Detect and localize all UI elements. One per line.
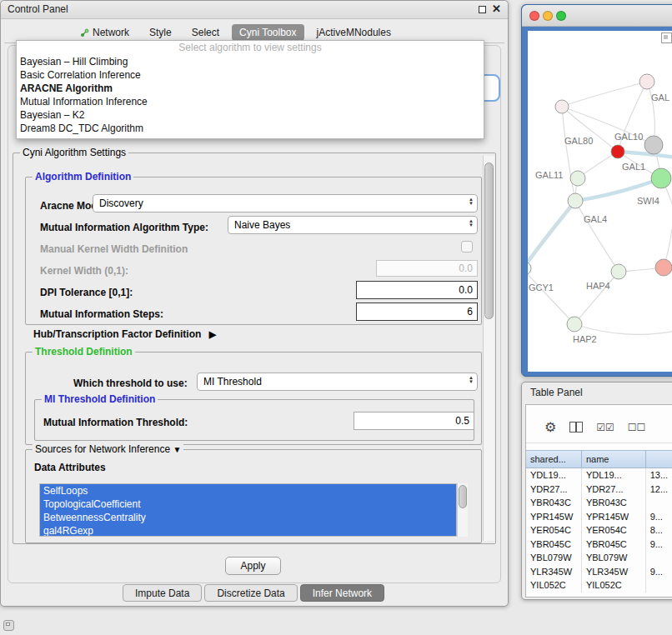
node-label: HAP2 (573, 334, 597, 344)
dropdown-item-selected[interactable]: ARACNE Algorithm (17, 82, 484, 95)
collapse-arrow-icon: ▼ (173, 445, 181, 454)
apply-button[interactable]: Apply (225, 557, 281, 575)
table-cell: YDL19... (582, 468, 646, 482)
table-cell (646, 578, 672, 592)
hub-definition-toggle[interactable]: Hub/Transcription Factor Definition ▶ (33, 328, 216, 340)
table-cell: YBR045C (582, 538, 646, 552)
manual-kernel-width-checkbox[interactable] (461, 241, 473, 252)
mi-threshold-field[interactable]: 0.5 (354, 412, 474, 430)
table-cell: YDL19... (526, 468, 582, 482)
pale-pink-node[interactable] (639, 74, 654, 89)
kernel-width-label: Kernel Width (0,1): (40, 265, 128, 277)
data-attributes-list[interactable]: SelfLoops TopologicalCoefficient Between… (39, 483, 457, 537)
list-item[interactable]: BetweennessCentrality (40, 511, 456, 524)
algorithm-definition-group: Algorithm Definition Aracne Mode: Discov… (25, 177, 482, 325)
tab-discretize-data[interactable]: Discretize Data (204, 584, 297, 602)
node-label: GAL80 (564, 136, 593, 146)
settings-scrollbar[interactable] (483, 156, 494, 541)
group-title: Threshold Definition (33, 346, 135, 358)
tab-network[interactable]: Network (73, 24, 137, 41)
tab-infer-network[interactable]: Infer Network (300, 584, 384, 602)
list-item[interactable]: TopologicalCoefficient (40, 498, 456, 511)
columns-icon[interactable] (569, 422, 583, 432)
birdseye-toggle-icon[interactable] (661, 32, 672, 43)
select-unchecked-icon[interactable]: ☐☐ (628, 422, 646, 433)
control-panel-window: Control Panel ✕ Network Style Select Cyn… (0, 0, 509, 607)
table-row[interactable]: YER054C YER054C 8... (526, 523, 672, 538)
close-traffic-icon[interactable] (529, 11, 539, 21)
sources-group: Sources for Network Inference ▼ Data Att… (25, 449, 482, 543)
gal11-node[interactable] (570, 171, 585, 186)
mi-steps-label: Mutual Information Steps: (40, 308, 163, 320)
mi-algorithm-type-label: Mutual Information Algorithm Type: (40, 222, 208, 233)
mi-steps-field[interactable]: 6 (356, 302, 478, 321)
dropdown-item[interactable]: Dream8 DC_TDC Algorithm (17, 122, 484, 135)
tab-select[interactable]: Select (184, 24, 227, 41)
table-row[interactable]: YDR27... YDR27... 12... (526, 482, 672, 497)
table-row[interactable]: YLR345W YLR345W 9... (526, 565, 672, 579)
table-row[interactable]: YBL079W YBL079W (526, 551, 672, 565)
hap4-node[interactable] (655, 259, 672, 276)
tab-impute-data[interactable]: Impute Data (123, 584, 202, 602)
minimize-traffic-icon[interactable] (543, 11, 553, 21)
expand-arrow-icon: ▶ (209, 329, 216, 340)
gal4-node[interactable] (568, 193, 583, 208)
column-header[interactable]: shared... (526, 451, 582, 468)
dropdown-item[interactable]: Mutual Information Inference (17, 95, 484, 108)
table-row[interactable]: YDL19... YDL19... 13... (526, 468, 672, 482)
network-canvas[interactable]: GAL GAL80 GAL10 GAL11 GAL1 SWI4 GAL4 GCY… (528, 31, 672, 372)
minimized-window-icon[interactable] (3, 620, 14, 631)
dropdown-item[interactable]: Bayesian – K2 (17, 108, 484, 122)
table-row[interactable]: YBR043C YBR043C (526, 496, 672, 510)
table-cell (646, 551, 672, 565)
gal1-node[interactable] (651, 168, 671, 188)
list-item[interactable]: SelfLoops (40, 484, 456, 498)
threshold-select[interactable]: MI Threshold ▲▼ (197, 372, 478, 391)
mid-node[interactable] (611, 264, 626, 279)
desktop: Control Panel ✕ Network Style Select Cyn… (0, 0, 672, 635)
sources-title-label: Sources for Network Inference (35, 443, 170, 455)
gcy1-node[interactable] (528, 262, 531, 275)
sources-group-title[interactable]: Sources for Network Inference ▼ (33, 443, 183, 455)
mi-steps-value: 6 (467, 306, 473, 318)
close-window-icon[interactable]: ✕ (492, 2, 501, 15)
restore-window-icon[interactable] (479, 6, 486, 13)
table-row[interactable]: YBR045C YBR045C 9... (526, 538, 672, 552)
dropdown-item[interactable]: Basic Correlation Inference (17, 68, 484, 82)
dpi-tolerance-field[interactable]: 0.0 (356, 281, 478, 299)
tab-jactivemodules[interactable]: jActiveMNodules (309, 24, 399, 41)
tab-style[interactable]: Style (142, 24, 179, 41)
zoom-traffic-icon[interactable] (556, 11, 566, 21)
column-header[interactable] (646, 451, 672, 468)
gal10-node[interactable] (644, 136, 663, 154)
table-cell: 13... (646, 468, 672, 482)
red-node[interactable] (611, 145, 624, 158)
table-cell: YER054C (582, 523, 646, 538)
aracne-mode-select[interactable]: Discovery ▲▼ (93, 194, 478, 212)
network-edges (528, 82, 672, 334)
manual-kernel-width-label: Manual Kernel Width Definition (40, 243, 188, 255)
table-cell: YIL052C (582, 578, 646, 592)
kernel-width-field[interactable]: 0.0 (376, 260, 478, 277)
scrollbar-thumb[interactable] (484, 162, 494, 319)
table-row[interactable]: YIL052C YIL052C (526, 578, 672, 592)
hap2-node[interactable] (567, 317, 582, 332)
list-item[interactable]: gal4RGexp (40, 524, 456, 537)
tab-cyni-toolbox[interactable]: Cyni Toolbox (232, 24, 303, 41)
table-row[interactable]: YPR145W YPR145W 9... (526, 510, 672, 524)
dpi-tolerance-value: 0.0 (459, 284, 473, 296)
scrollbar-thumb[interactable] (459, 485, 467, 508)
control-panel-titlebar[interactable]: Control Panel ✕ (1, 1, 508, 19)
gear-icon[interactable]: ⚙ (544, 419, 556, 435)
mi-algorithm-type-select[interactable]: Naive Bayes ▲▼ (228, 216, 478, 234)
faint-node[interactable] (555, 100, 569, 113)
threshold-definition-group: Threshold Definition Which threshold to … (25, 352, 482, 445)
node-label: GAL (651, 92, 669, 102)
dropdown-item[interactable]: Bayesian – Hill Climbing (17, 55, 484, 68)
table-cell: YPR145W (582, 510, 646, 524)
column-header[interactable]: name (582, 451, 646, 468)
network-window-titlebar[interactable] (522, 5, 672, 27)
aracne-mode-value: Discovery (99, 198, 143, 209)
list-scrollbar[interactable] (457, 483, 468, 537)
select-checked-icon[interactable]: ☑☑ (596, 422, 614, 433)
